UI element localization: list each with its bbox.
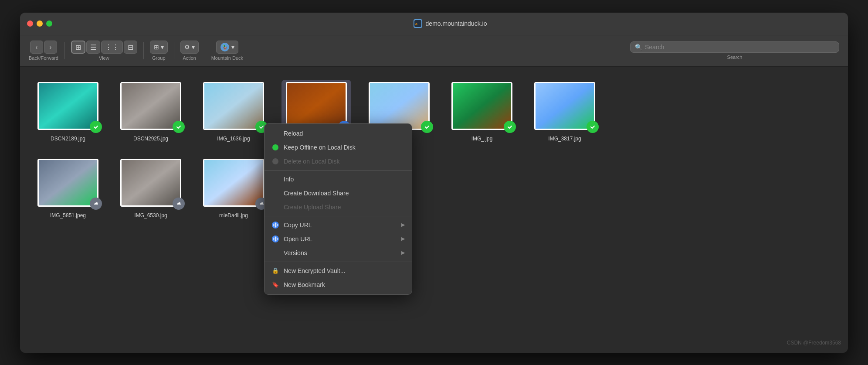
menu-separator <box>264 262 412 262</box>
menu-label-delete_local: Delete on Local Disk <box>284 158 405 165</box>
svg-rect-8 <box>204 83 263 129</box>
image-label: DSCN2925.jpg <box>133 136 168 142</box>
menu-label-copy_url: Copy URL <box>284 222 397 229</box>
view-gallery-button[interactable]: ⊟ <box>124 41 137 54</box>
view-list-button[interactable]: ☰ <box>86 41 100 54</box>
separator3 <box>174 42 174 59</box>
image-grid-row1: DSCN2189.jpg DSCN2925.jpg IMG_1636.jpg <box>29 75 839 148</box>
menu-label-open_url: Open URL <box>284 235 397 242</box>
svg-rect-6 <box>122 83 180 129</box>
image-label: IMG_5851.jpeg <box>50 212 86 218</box>
menu-item-create_upload: Create Upload Share <box>264 200 412 214</box>
submenu-arrow-open_url: ▶ <box>401 236 405 242</box>
search-input[interactable] <box>645 44 834 51</box>
menu-label-keep_offline: Keep Offline on Local Disk <box>284 144 405 151</box>
svg-text:🦆: 🦆 <box>222 44 228 50</box>
separator1 <box>64 42 65 59</box>
mountain-duck-buttons: 🦆 ▾ <box>216 41 238 54</box>
image-item[interactable]: IMG_.jpg <box>447 80 517 143</box>
menu-item-keep_offline[interactable]: Keep Offline on Local Disk <box>264 140 412 154</box>
image-item[interactable]: mieDa4li.jpg <box>199 157 268 218</box>
menu-item-new_bookmark[interactable]: 🔖New Bookmark <box>264 278 412 292</box>
separator4 <box>205 42 205 59</box>
image-thumb-wrap <box>33 157 103 209</box>
svg-point-5 <box>92 123 99 130</box>
svg-rect-18 <box>39 160 97 205</box>
menu-icon-copy_url <box>271 221 279 229</box>
svg-point-15 <box>506 123 513 130</box>
image-item[interactable]: DSCN2925.jpg <box>116 80 186 143</box>
menu-icon-open_url <box>271 235 279 243</box>
finder-window: a demo.mountainduck.io ‹ › Back/Forward … <box>20 13 848 353</box>
minimize-button[interactable] <box>37 20 43 27</box>
gray-circle-icon <box>272 158 278 164</box>
image-grid-row2: IMG_5851.jpeg IMG_6530.jpg mieDa4li.jpg <box>29 152 839 223</box>
maximize-button[interactable] <box>46 20 52 27</box>
image-thumb-wrap <box>116 157 186 209</box>
menu-icon-delete_local <box>271 157 279 165</box>
view-grid-button[interactable]: ⊞ <box>71 41 85 54</box>
image-label: mieDa4li.jpg <box>219 212 248 218</box>
image-item[interactable]: IMG_5851.jpeg <box>33 157 103 218</box>
action-button[interactable]: ⚙ ▾ <box>180 41 199 54</box>
title-center: a demo.mountainduck.io <box>59 19 841 28</box>
menu-item-reload[interactable]: Reload <box>264 126 412 140</box>
image-label: IMG_.jpg <box>471 136 493 142</box>
menu-icon-info <box>271 175 279 183</box>
svg-rect-4 <box>39 83 97 129</box>
submenu-arrow-copy_url: ▶ <box>401 222 405 228</box>
menu-item-create_download[interactable]: Create Download Share <box>264 186 412 200</box>
image-thumbnail <box>369 82 430 130</box>
menu-icon-keep_offline <box>271 143 279 151</box>
image-thumbnail <box>203 82 264 130</box>
image-thumbnail <box>37 82 98 130</box>
menu-item-info[interactable]: Info <box>264 172 412 186</box>
mountain-duck-button[interactable]: 🦆 ▾ <box>216 41 238 54</box>
image-label: IMG_6530.jpg <box>134 212 167 218</box>
menu-label-versions: Versions <box>284 249 397 256</box>
menu-label-reload: Reload <box>284 130 405 137</box>
menu-item-new_vault[interactable]: 🔒New Encrypted Vault... <box>264 264 412 278</box>
group-buttons: ⊞ ▾ <box>150 41 168 54</box>
image-thumbnail <box>120 159 181 207</box>
image-thumbnail <box>120 82 181 130</box>
search-input-wrap: 🔍 <box>630 41 839 53</box>
submenu-arrow-versions: ▶ <box>401 250 405 256</box>
image-thumbnail <box>203 159 264 207</box>
menu-separator <box>264 170 412 171</box>
image-item[interactable]: DSCN2189.jpg <box>33 80 103 143</box>
image-thumb-wrap <box>116 80 186 132</box>
synced-badge <box>504 121 516 133</box>
menu-icon-create_upload <box>271 203 279 211</box>
search-bar-group: 🔍 Search <box>630 41 839 60</box>
menu-item-copy_url[interactable]: Copy URL▶ <box>264 218 412 232</box>
svg-point-17 <box>589 123 596 130</box>
view-columns-button[interactable]: ⋮⋮ <box>101 41 123 54</box>
close-button[interactable] <box>27 20 33 27</box>
image-item[interactable]: IMG_6530.jpg <box>116 157 186 218</box>
search-label: Search <box>727 55 743 60</box>
svg-rect-14 <box>453 83 511 129</box>
image-thumbnail <box>37 159 98 207</box>
window-title: demo.mountainduck.io <box>426 20 487 27</box>
menu-icon-versions <box>271 249 279 257</box>
back-button[interactable]: ‹ <box>30 41 43 54</box>
synced-badge <box>173 121 185 133</box>
svg-rect-10 <box>287 83 346 129</box>
image-item[interactable]: IMG_1636.jpg <box>199 80 268 143</box>
action-group: ⚙ ▾ Action <box>180 41 199 61</box>
watermark: CSDN @Freedom3568 <box>787 340 841 346</box>
menu-item-versions[interactable]: Versions▶ <box>264 246 412 260</box>
cloud-badge <box>173 198 185 210</box>
svg-point-7 <box>175 123 182 130</box>
action-buttons: ⚙ ▾ <box>180 41 199 54</box>
back-forward-label: Back/Forward <box>29 55 58 61</box>
mountain-duck-group: 🦆 ▾ Mountain Duck <box>211 41 243 61</box>
forward-button[interactable]: › <box>44 41 57 54</box>
image-item[interactable]: IMG_3817.jpg <box>530 80 600 143</box>
group-button[interactable]: ⊞ ▾ <box>150 41 168 54</box>
svg-rect-22 <box>204 160 263 205</box>
menu-item-open_url[interactable]: Open URL▶ <box>264 232 412 246</box>
globe-icon <box>272 235 279 242</box>
titlebar: a demo.mountainduck.io <box>20 13 848 35</box>
